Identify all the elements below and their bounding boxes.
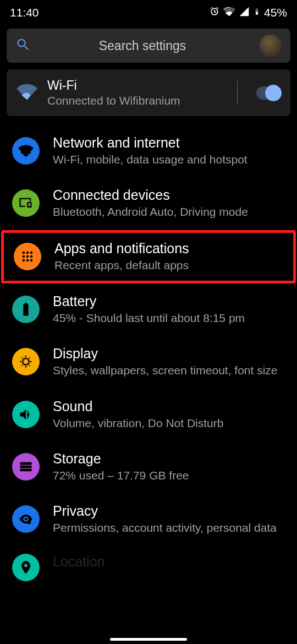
item-subtitle: 45% - Should last until about 8:15 pm bbox=[53, 310, 285, 326]
svg-point-7 bbox=[26, 259, 29, 261]
item-subtitle: 72% used – 17.79 GB free bbox=[53, 468, 285, 483]
search-placeholder: Search settings bbox=[40, 39, 251, 53]
wifi-title: Wi-Fi bbox=[47, 78, 223, 93]
status-icons: 45% bbox=[209, 6, 287, 20]
sound-icon bbox=[12, 401, 40, 428]
settings-item-display[interactable]: Display Styles, wallpapers, screen timeo… bbox=[0, 336, 297, 388]
item-title: Sound bbox=[53, 399, 285, 414]
settings-item-sound[interactable]: Sound Volume, vibration, Do Not Disturb bbox=[0, 389, 297, 441]
status-time: 11:40 bbox=[10, 6, 39, 19]
settings-item-apps[interactable]: Apps and notifications Recent apps, defa… bbox=[1, 230, 296, 283]
battery-icon bbox=[12, 296, 40, 323]
wifi-toggle[interactable] bbox=[256, 86, 280, 100]
svg-point-9 bbox=[27, 521, 31, 525]
wifi-subtitle: Connected to Wifibranium bbox=[47, 94, 223, 107]
wifi-status-icon bbox=[223, 6, 235, 20]
svg-point-8 bbox=[30, 259, 33, 261]
svg-point-4 bbox=[26, 255, 29, 258]
profile-avatar[interactable] bbox=[260, 35, 282, 57]
battery-icon bbox=[253, 6, 261, 20]
item-title: Privacy bbox=[53, 503, 285, 519]
search-settings[interactable]: Search settings bbox=[7, 29, 290, 63]
wifi-icon bbox=[16, 84, 37, 102]
devices-icon bbox=[12, 189, 40, 217]
settings-item-location[interactable]: Location bbox=[0, 546, 297, 581]
storage-icon bbox=[12, 453, 40, 481]
alarm-icon bbox=[209, 6, 220, 20]
apps-icon bbox=[14, 243, 41, 270]
svg-point-5 bbox=[30, 255, 33, 258]
location-icon bbox=[12, 554, 40, 581]
display-icon bbox=[12, 348, 40, 375]
item-subtitle: Volume, vibration, Do Not Disturb bbox=[53, 416, 285, 431]
item-title: Storage bbox=[53, 451, 285, 467]
settings-list: Network and internet Wi-Fi, mobile, data… bbox=[0, 125, 297, 581]
svg-point-1 bbox=[26, 251, 29, 254]
item-title: Location bbox=[53, 554, 285, 570]
item-subtitle: Wi-Fi, mobile, data usage and hotspot bbox=[53, 152, 285, 167]
settings-item-privacy[interactable]: Privacy Permissions, account activity, p… bbox=[0, 493, 297, 545]
wifi-quick-card[interactable]: Wi-Fi Connected to Wifibranium bbox=[7, 69, 290, 116]
item-title: Apps and notifications bbox=[54, 241, 283, 256]
svg-point-2 bbox=[30, 251, 33, 254]
svg-point-6 bbox=[23, 259, 25, 261]
settings-item-connected-devices[interactable]: Connected devices Bluetooth, Android Aut… bbox=[0, 177, 297, 230]
search-icon bbox=[15, 37, 31, 54]
divider bbox=[237, 81, 238, 105]
item-title: Connected devices bbox=[53, 187, 285, 203]
battery-percent: 45% bbox=[264, 6, 287, 19]
privacy-icon bbox=[12, 505, 40, 533]
item-subtitle: Recent apps, default apps bbox=[54, 258, 283, 273]
item-subtitle: Bluetooth, Android Auto, Driving mode bbox=[53, 204, 285, 220]
item-subtitle: Styles, wallpapers, screen timeout, font… bbox=[53, 363, 285, 378]
item-title: Battery bbox=[53, 293, 285, 309]
nav-pill[interactable] bbox=[110, 638, 187, 641]
status-bar: 11:40 45% bbox=[0, 0, 297, 23]
item-subtitle: Permissions, account activity, personal … bbox=[53, 520, 285, 536]
wifi-icon bbox=[12, 137, 40, 165]
signal-icon bbox=[239, 6, 250, 20]
nav-bar[interactable] bbox=[0, 638, 297, 641]
svg-point-3 bbox=[23, 255, 25, 258]
wifi-texts: Wi-Fi Connected to Wifibranium bbox=[47, 78, 223, 107]
settings-item-storage[interactable]: Storage 72% used – 17.79 GB free bbox=[0, 441, 297, 493]
settings-item-network[interactable]: Network and internet Wi-Fi, mobile, data… bbox=[0, 125, 297, 177]
svg-point-0 bbox=[23, 251, 25, 254]
item-title: Network and internet bbox=[53, 135, 285, 151]
settings-item-battery[interactable]: Battery 45% - Should last until about 8:… bbox=[0, 283, 297, 336]
item-title: Display bbox=[53, 346, 285, 362]
